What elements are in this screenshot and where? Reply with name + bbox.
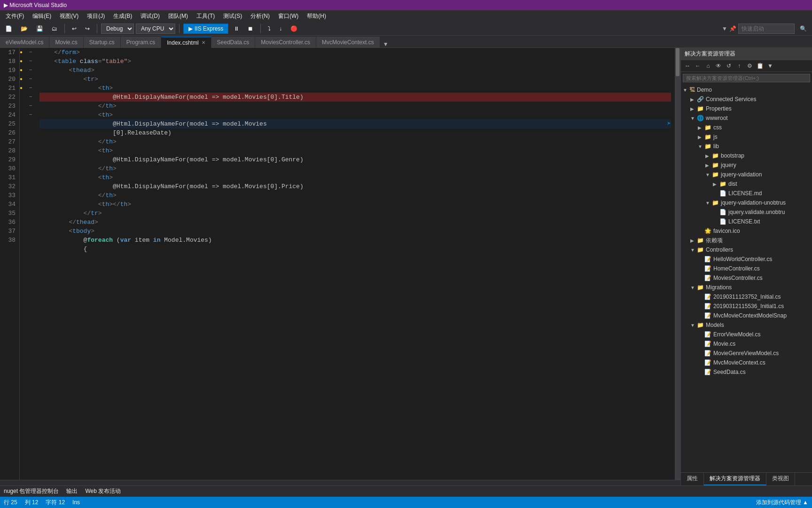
tab-list-btn[interactable]: ▼ [380,41,391,48]
tab-seeddata[interactable]: SeedData.cs [211,37,256,48]
tree-item-controllers[interactable]: ▼ 📁 Controllers [681,245,812,254]
se-tab-class-view[interactable]: 类视图 [766,473,795,485]
se-back-btn[interactable]: ← [693,61,703,71]
tree-item-dependencies[interactable]: ▶ 📁 依赖项 [681,236,812,245]
stop-btn[interactable]: ⏹ [244,24,257,33]
tree-item-moviegenrevm[interactable]: ▶ 📝 MovieGenreViewModel.cs [681,349,812,358]
redo-btn[interactable]: ↪ [82,24,93,33]
tree-item-moviecs[interactable]: ▶ 📝 Movie.cs [681,339,812,349]
vertical-scrollbar[interactable] [675,48,680,480]
tree-item-modelsnap[interactable]: ▶ 📝 MvcMovieContextModelSnap [681,311,812,320]
tree-item-licensetxt[interactable]: ▶ 📄 LICENSE.txt [681,217,812,226]
tree-item-jqvalidate[interactable]: ▶ 📄 jquery.validate.unobtru [681,207,812,217]
step-over-btn[interactable]: ⤵ [265,24,274,33]
save-all-btn[interactable]: 🗂 [48,24,61,33]
bottom-publish[interactable]: Web 发布活动 [85,487,121,495]
search-btn[interactable]: 🔍 [796,24,810,33]
fold-27[interactable]: − [29,93,36,102]
menu-file[interactable]: 文件(F) [2,11,28,21]
se-collapse-btn[interactable]: ↑ [734,61,744,71]
code-editor[interactable]: </form> <table class="table"> <thead> <t… [36,48,675,480]
tree-item-js[interactable]: ▶ 📁 js [681,132,812,142]
tree-item-homectrl[interactable]: ▶ 📝 HomeController.cs [681,264,812,273]
se-tab-solution-explorer[interactable]: 解决方案资源管理器 [704,473,766,485]
menu-help[interactable]: 帮助(H) [303,11,330,21]
menu-team[interactable]: 团队(M) [164,11,192,21]
se-tab-properties[interactable]: 属性 [681,473,704,485]
se-filter-btn[interactable]: ▼ [765,61,775,71]
se-props-btn[interactable]: ⚙ [745,61,754,71]
se-home-btn[interactable]: ⌂ [703,61,713,71]
menu-project[interactable]: 项目(J) [83,11,109,21]
tree-item-migrations[interactable]: ▼ 📁 Migrations [681,283,812,292]
tab-moviescontroller[interactable]: MoviesController.cs [255,37,316,48]
tree-item-demo[interactable]: ▼ 🏗 Demo [681,85,812,95]
status-row: 行 25 [4,499,17,507]
bottom-output[interactable]: 输出 [66,487,78,495]
status-add-source[interactable]: 添加到源代码管理 ▲ [756,499,808,507]
tab-movie[interactable]: Movie.cs [49,37,83,48]
menu-tools[interactable]: 工具(T) [193,11,219,21]
run-btn[interactable]: ▶ IIS Express [183,24,228,34]
tab-close-icon[interactable]: ✕ [202,40,205,45]
tree-item-properties[interactable]: ▶ 📁 Properties [681,104,812,113]
tree-item-wwwroot[interactable]: ▼ 🌐 wwwroot [681,113,812,123]
breakpoint-btn[interactable]: 🔴 [287,24,301,33]
fold-30[interactable]: − [29,102,36,111]
tree-item-bootstrap[interactable]: ▶ 📁 bootstrap [681,151,812,160]
fold-19[interactable]: − [29,57,36,66]
tab-mvcmoviecontext[interactable]: MvcMovieContext.cs [316,37,380,48]
menu-window[interactable]: 窗口(W) [274,11,302,21]
se-show-all-btn[interactable]: 👁 [714,61,723,71]
tree-item-connected-services[interactable]: ▶ 🔗 Connected Services [681,95,812,104]
menu-view[interactable]: 视图(V) [56,11,82,21]
menu-test[interactable]: 测试(S) [219,11,246,21]
menu-debug[interactable]: 调试(D) [137,11,164,21]
fold-20[interactable]: − [29,66,36,75]
se-sync-btn[interactable]: ↔ [683,61,692,71]
menu-edit[interactable]: 编辑(E) [29,11,55,21]
tab-eviewmodel[interactable]: eViewModel.cs [0,37,49,48]
tab-index[interactable]: Index.cshtml ✕ [161,37,211,48]
bottom-nuget[interactable]: nuget 包管理器控制台 [4,487,59,495]
tree-item-licensemd[interactable]: ▶ 📄 LICENSE.md [681,189,812,198]
tree-item-moviesctrl[interactable]: ▶ 📝 MoviesController.cs [681,273,812,283]
se-refresh-btn[interactable]: ↺ [724,61,734,71]
tree-item-jqval-unobtrus[interactable]: ▼ 📁 jquery-validation-unobtrus [681,198,812,207]
quick-search-input[interactable] [738,24,795,34]
tree-item-models[interactable]: ▼ 📁 Models [681,320,812,330]
tree-item-css[interactable]: ▶ 📁 css [681,123,812,132]
debug-mode-select[interactable]: Debug [101,24,134,34]
tree-item-jquery-validation[interactable]: ▼ 📁 jquery-validation [681,170,812,179]
pause-btn[interactable]: ⏸ [230,24,242,33]
fold-36[interactable]: − [29,111,36,119]
se-search-input[interactable] [683,74,810,82]
menu-analyze[interactable]: 分析(N) [247,11,273,21]
se-preview-btn[interactable]: 📋 [755,61,765,71]
tree-item-mvcctx[interactable]: ▶ 📝 MvcMovieContext.cs [681,358,812,367]
undo-btn[interactable]: ↩ [69,24,80,33]
tab-startup[interactable]: Startup.cs [84,37,121,48]
tree-item-migration1[interactable]: ▶ 📝 20190311123752_Initial.cs [681,292,812,302]
tree-item-lib[interactable]: ▼ 📁 lib [681,142,812,151]
open-btn[interactable]: 📂 [17,24,31,33]
platform-select[interactable]: Any CPU [136,24,175,34]
tree-item-favicon[interactable]: ▶ 🌟 favicon.ico [681,226,812,236]
tree-item-dist[interactable]: ▶ 📁 dist [681,179,812,189]
scroll-thumb[interactable] [676,48,679,76]
fold-24[interactable]: − [29,84,36,93]
step-into-btn[interactable]: ↓ [276,24,285,33]
tree-item-helloworldctrl[interactable]: ▶ 📝 HelloWorldController.cs [681,254,812,264]
tree-label-js: js [713,134,718,140]
new-project-btn[interactable]: 📄 [2,24,16,33]
tree-item-errorviewmodel[interactable]: ▶ 📝 ErrorViewModel.cs [681,330,812,339]
horizontal-scrollbar[interactable] [0,480,680,485]
fold-18[interactable]: − [29,48,36,57]
menu-build[interactable]: 生成(B) [109,11,136,21]
tree-item-migration2[interactable]: ▶ 📝 20190312115536_Initial1.cs [681,302,812,311]
tree-item-seeddata[interactable]: ▶ 📝 SeedData.cs [681,367,812,377]
tree-item-jquery[interactable]: ▶ 📁 jquery [681,160,812,170]
fold-21[interactable]: − [29,75,36,84]
save-btn[interactable]: 💾 [33,24,47,33]
tab-program[interactable]: Program.cs [121,37,161,48]
